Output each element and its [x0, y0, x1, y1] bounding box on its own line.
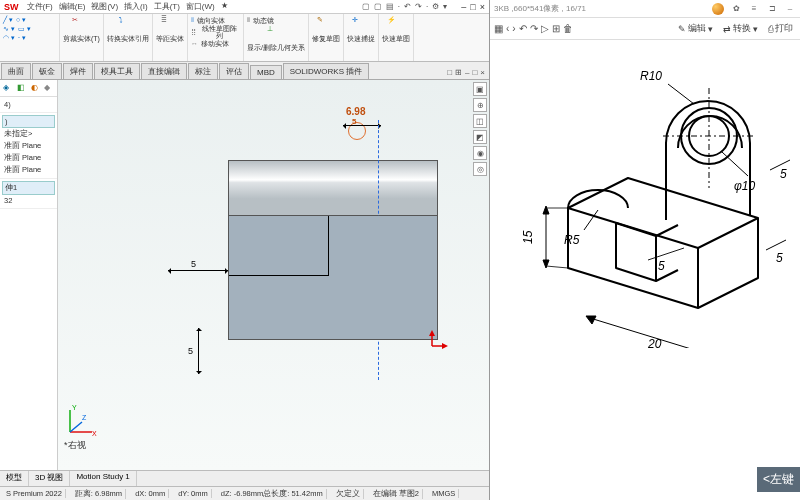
pm-tab-prop-icon[interactable]: ◧ [16, 82, 28, 94]
convert-button[interactable]: ⇄转换▾ [720, 22, 761, 36]
maximize-icon[interactable]: □ [470, 2, 475, 12]
qa-more-icon[interactable]: ▾ [443, 2, 447, 11]
menu-bars-icon[interactable]: ≡ [748, 3, 760, 15]
tab-addins[interactable]: SOLIDWORKS 插件 [283, 63, 369, 79]
minimize-icon[interactable]: – [461, 2, 466, 12]
pm-tab-display-icon[interactable]: ◆ [43, 82, 55, 94]
repair-button[interactable]: ✎ 修复草图 [312, 16, 340, 42]
vt-appearance-icon[interactable]: ◉ [473, 146, 487, 160]
triad-icon[interactable]: Y X Z [62, 400, 102, 440]
slideshow-icon[interactable]: ▷ [541, 23, 549, 34]
pm-plane-2[interactable]: 准面 Plane [2, 152, 55, 164]
qa-options-icon[interactable]: ⚙ [432, 2, 439, 11]
model-upper-block[interactable] [228, 160, 438, 216]
vt-section-icon[interactable]: ◩ [473, 130, 487, 144]
prev-page-icon[interactable]: ‹ [506, 23, 509, 34]
pm-unspecified[interactable]: 未指定> [2, 128, 55, 140]
viewer-min-icon[interactable]: – [784, 3, 796, 15]
trim-button[interactable]: ✂ 剪裁实体(T) [63, 16, 100, 42]
move-icon[interactable]: ↔ [191, 40, 198, 47]
pm-tab-config-icon[interactable]: ◐ [30, 82, 42, 94]
tab-weldment[interactable]: 焊件 [63, 63, 93, 79]
viewer-canvas[interactable]: 15 R5 5 20 5 5 R10 φ10 [490, 40, 800, 500]
menu-edit[interactable]: 编辑(E) [59, 1, 86, 12]
circle-tool-icon[interactable]: ○ ▾ [16, 16, 26, 24]
menu-insert[interactable]: 插入(I) [124, 1, 148, 12]
pm-feature-sub[interactable]: 32 [2, 195, 55, 206]
doc-layout-icon[interactable]: □ [447, 68, 452, 77]
qa-open-icon[interactable]: ▢ [374, 2, 382, 11]
dim-top-value: 6.98 [345, 106, 366, 117]
btab-motion[interactable]: Motion Study 1 [70, 471, 136, 486]
vt-hide-icon[interactable]: ◎ [473, 162, 487, 176]
menu-tools[interactable]: 工具(T) [154, 1, 180, 12]
tab-mbd[interactable]: MBD [250, 65, 282, 79]
pm-plane-1[interactable]: 准面 Plane [2, 140, 55, 152]
menu-file[interactable]: 文件(F) [27, 1, 53, 12]
menu-view[interactable]: 视图(V) [91, 1, 118, 12]
model-lower-block[interactable] [228, 216, 438, 340]
convert-button[interactable]: ⤵ 转换实体引用 [107, 16, 149, 42]
pm-item-label[interactable]: 4) [2, 99, 55, 110]
print-button[interactable]: ⎙打印 [765, 22, 796, 36]
next-page-icon[interactable]: › [512, 23, 515, 34]
spline-tool-icon[interactable]: ∿ ▾ [3, 25, 15, 33]
doc-close-icon[interactable]: × [480, 68, 485, 77]
btab-3dview[interactable]: 3D 视图 [29, 471, 70, 486]
graphics-area[interactable]: ▣ ⊕ ◫ ◩ ◉ ◎ 6.98 5 5 [58, 80, 489, 470]
tab-direct[interactable]: 直接编辑 [141, 63, 187, 79]
arc-tool-icon[interactable]: ◠ ▾ [3, 34, 15, 42]
left-click-badge[interactable]: <左键 [757, 467, 800, 492]
pattern-label: 线性草图阵列 [199, 25, 240, 39]
close-icon[interactable]: × [480, 2, 485, 12]
tab-eval[interactable]: 评估 [219, 63, 249, 79]
delete-icon[interactable]: 🗑 [563, 23, 573, 34]
dim-20: 20 [647, 337, 662, 348]
titlebar: SW 文件(F) 编辑(E) 视图(V) 插入(I) 工具(T) 窗口(W) ★… [0, 0, 489, 14]
btab-model[interactable]: 模型 [0, 471, 29, 486]
menu-window[interactable]: 窗口(W) [186, 1, 215, 12]
tab-surface[interactable]: 曲面 [1, 63, 31, 79]
line-tool-icon[interactable]: ╱ ▾ [3, 16, 13, 24]
dynamic-mirror-icon[interactable]: ⦀ [247, 16, 250, 24]
qa-redo-icon[interactable]: ↷ [415, 2, 422, 11]
rotate-right-icon[interactable]: ↷ [530, 23, 538, 34]
thumbnails-icon[interactable]: ▦ [494, 23, 503, 34]
rect-tool-icon[interactable]: ▭ ▾ [18, 25, 31, 33]
status-units[interactable]: MMGS [429, 489, 459, 498]
qa-new-icon[interactable]: ▢ [362, 2, 370, 11]
mirror-icon[interactable]: ⦀ [191, 16, 194, 24]
sketch-rectangle[interactable] [229, 216, 329, 276]
pin-icon[interactable]: ⊐ [766, 3, 778, 15]
pm-header[interactable]: ) [2, 115, 55, 128]
grid-view-icon[interactable]: ⊞ [552, 23, 560, 34]
rotate-left-icon[interactable]: ↶ [519, 23, 527, 34]
offset-button[interactable]: ≣ 等距实体 [156, 16, 184, 42]
qa-undo-icon[interactable]: ↶ [404, 2, 411, 11]
vt-view-icon[interactable]: ◫ [473, 114, 487, 128]
pm-tab-tree-icon[interactable]: ◈ [2, 82, 14, 94]
menu-star-icon[interactable]: ★ [221, 1, 228, 12]
doc-tile-icon[interactable]: ⊞ [455, 68, 462, 77]
tab-mold[interactable]: 模具工具 [94, 63, 140, 79]
pm-feature[interactable]: 伸1 [2, 181, 55, 195]
quick-sketch-button[interactable]: ⚡ 快速草图 [382, 16, 410, 42]
doc-max-icon[interactable]: □ [472, 68, 477, 77]
settings-icon[interactable]: ✿ [730, 3, 742, 15]
dimension-5-horiz[interactable]: 5 [168, 270, 228, 271]
user-avatar[interactable] [712, 3, 724, 15]
tab-annot[interactable]: 标注 [188, 63, 218, 79]
qa-save-icon[interactable]: ▤ [386, 2, 394, 11]
dimension-top[interactable]: 6.98 5 [343, 125, 381, 126]
dimension-5-vert[interactable]: 5 [198, 328, 199, 374]
pm-plane-3[interactable]: 准面 Plane [2, 164, 55, 176]
vt-zoom-icon[interactable]: ⊕ [473, 98, 487, 112]
point-tool-icon[interactable]: · ▾ [18, 34, 26, 42]
edit-button[interactable]: ✎编辑▾ [675, 22, 716, 36]
snap-button[interactable]: ✛ 快速捕捉 [347, 16, 375, 42]
vt-select-icon[interactable]: ▣ [473, 82, 487, 96]
doc-min-icon[interactable]: – [465, 68, 469, 77]
relations-button[interactable]: ⊥ 显示/删除几何关系 [247, 25, 305, 51]
tab-sheetmetal[interactable]: 钣金 [32, 63, 62, 79]
pattern-icon[interactable]: ⣿ [191, 28, 196, 36]
